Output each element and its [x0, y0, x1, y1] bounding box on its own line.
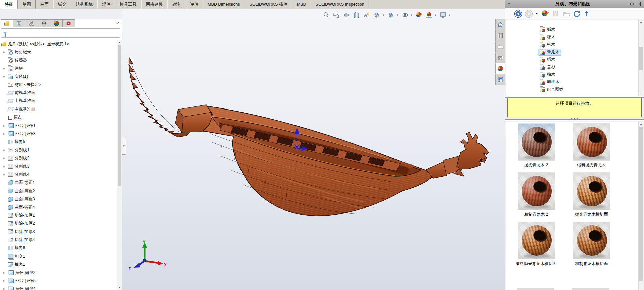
tab-home[interactable]: [495, 19, 505, 30]
panel-splitter-handle[interactable]: [122, 137, 126, 155]
appearance-folder-item[interactable]: 胡桃木: [506, 78, 643, 86]
expand-arrow-icon[interactable]: ▶: [2, 124, 6, 127]
gear-icon[interactable]: ⚙: [630, 1, 634, 7]
section-view-icon[interactable]: [353, 11, 361, 19]
expand-arrow-icon[interactable]: ▶: [2, 279, 6, 282]
feature-tree-item[interactable]: ▶ 切除-加厚2: [0, 220, 117, 228]
feature-tree-item[interactable]: ▶ 凸台-拉伸1: [0, 122, 117, 130]
feature-tree-item[interactable]: ▶ 原点: [0, 114, 117, 122]
appearance-folder-item[interactable]: 云杉: [506, 63, 643, 71]
view-orientation-icon[interactable]: [373, 11, 381, 19]
expand-arrow-icon[interactable]: ▶: [2, 75, 6, 78]
tab-featuremanager-tree[interactable]: [1, 19, 13, 27]
appearance-folder-item[interactable]: 柚木: [506, 71, 643, 78]
tab-design-library[interactable]: [495, 30, 505, 41]
pane-splitter-upper[interactable]: [505, 96, 644, 98]
tab-display-manager[interactable]: [50, 19, 63, 27]
view-settings-caret[interactable]: ▼: [448, 14, 451, 17]
feature-tree-item[interactable]: ▶ 切除-加厚1: [0, 211, 117, 219]
next-row-thumbnail-peek[interactable]: [572, 288, 609, 290]
command-tab[interactable]: 网格建模: [141, 0, 167, 9]
collapse-panel-icon[interactable]: «: [507, 1, 516, 7]
expand-arrow-icon[interactable]: ▶: [2, 287, 6, 290]
feature-tree-scrollbar[interactable]: ▲ ▼: [117, 40, 122, 290]
feature-tree-item[interactable]: ▶ 历史记录: [0, 48, 117, 56]
open-folder-button-disabled[interactable]: [562, 10, 570, 18]
appearance-folder-item[interactable]: 槭木: [506, 26, 643, 33]
command-tab[interactable]: SOLIDWORKS 插件: [245, 0, 292, 9]
scroll-up-arrow[interactable]: ▲: [117, 40, 122, 45]
panel-tabs-overflow[interactable]: >: [116, 20, 119, 25]
command-tab[interactable]: 钣金: [53, 0, 71, 9]
up-one-level-button[interactable]: [583, 10, 590, 18]
command-tab[interactable]: 曲面: [36, 0, 53, 9]
command-tab[interactable]: 焊件: [97, 0, 115, 9]
expand-arrow-icon[interactable]: ▶: [2, 51, 6, 54]
history-dropdown-caret[interactable]: ▼: [535, 12, 538, 15]
expand-arrow-icon[interactable]: ▶: [2, 173, 6, 176]
command-tab[interactable]: 特征: [0, 0, 18, 9]
tab-view-palette[interactable]: [495, 52, 505, 63]
appearance-folder-item[interactable]: 椴木: [506, 56, 643, 63]
feature-tree-item[interactable]: ▶ 分割线2: [0, 154, 117, 162]
feature-tree-root[interactable]: 龙舟 (默认) <<默认>_显示状态 1>: [0, 40, 117, 48]
appearance-preview-image[interactable]: [573, 123, 610, 161]
hide-show-caret[interactable]: ▼: [410, 14, 413, 17]
display-style-icon[interactable]: [387, 11, 395, 19]
thumbnails-scrollbar[interactable]: ▲: [638, 122, 643, 290]
appearance-preview-image[interactable]: [518, 123, 555, 161]
graphics-viewport[interactable]: A ▼ ▼ ▼ ▼ ▼ Y X Z: [122, 9, 505, 290]
annotation-visibility-icon[interactable]: A: [363, 11, 371, 19]
hide-show-items-icon[interactable]: [401, 11, 409, 19]
scroll-down-arrow[interactable]: ▼: [639, 91, 643, 96]
feature-tree-item[interactable]: ▶ 曲面-等距1: [0, 179, 117, 187]
zoom-to-area-icon[interactable]: [332, 11, 340, 19]
feature-tree-item[interactable]: ▶ 分割线3: [0, 162, 117, 170]
appearance-thumbnail-item[interactable]: 缎料抛光青龙木: [565, 123, 619, 168]
feature-tree-item[interactable]: ▶ 实体(1): [0, 73, 117, 81]
feature-tree-item[interactable]: ▶ 曲面-等距4: [0, 203, 117, 211]
scroll-down-arrow[interactable]: ▼: [117, 285, 122, 290]
feature-tree-item[interactable]: ▶ 右视基准面: [0, 105, 117, 113]
scroll-thumb[interactable]: [639, 127, 643, 281]
view-settings-icon[interactable]: [439, 11, 447, 19]
expand-arrow-icon[interactable]: ▶: [2, 132, 6, 135]
expand-arrow-icon[interactable]: ▶: [2, 67, 6, 70]
multi-body-button-disabled[interactable]: [552, 10, 560, 18]
view-orientation-caret[interactable]: ▼: [382, 14, 385, 17]
appearance-folder-item[interactable]: 松木: [506, 41, 643, 48]
feature-tree-item[interactable]: ▶ 分割线1: [0, 146, 117, 154]
feature-tree-item[interactable]: ▶ 传感器: [0, 56, 117, 64]
scroll-up-arrow[interactable]: ▲: [639, 20, 643, 24]
command-tab[interactable]: MBD: [292, 0, 311, 9]
pane-splitter-lower[interactable]: ▲▲▲: [505, 119, 644, 121]
tab-property-manager[interactable]: [13, 19, 25, 27]
feature-tree-item[interactable]: ▶ 凸台-拉伸5: [0, 277, 117, 285]
feature-tree-item[interactable]: ▶ 分割线4: [0, 170, 117, 178]
back-button[interactable]: [514, 10, 522, 18]
feature-tree-item[interactable]: ▶ 注解: [0, 64, 117, 72]
refresh-button[interactable]: [573, 10, 581, 18]
appearance-thumbnail-item[interactable]: 抛光青龙木横切面: [565, 172, 619, 217]
edit-appearance-button[interactable]: [541, 9, 549, 18]
tab-configuration-manager[interactable]: [25, 19, 38, 27]
pin-icon[interactable]: [637, 2, 641, 6]
command-tab[interactable]: 结构系统: [71, 0, 97, 9]
command-tab[interactable]: 评估: [185, 0, 203, 9]
edit-appearance-icon[interactable]: [415, 11, 423, 19]
tab-dimxpert-manager[interactable]: [38, 19, 50, 27]
previous-view-icon[interactable]: [342, 11, 351, 19]
forward-button-disabled[interactable]: [525, 10, 533, 18]
tab-custom-properties[interactable]: [495, 74, 505, 85]
feature-tree-item[interactable]: ▶ 相交1: [0, 252, 117, 260]
scroll-thumb[interactable]: [118, 45, 121, 186]
appearance-thumbnail-item[interactable]: 抛光青龙木 2: [509, 123, 563, 168]
appearance-preview-image[interactable]: [573, 222, 610, 259]
appearance-tree-scrollbar[interactable]: ▲ ▼: [638, 20, 643, 96]
command-tab[interactable]: MBD Dimensions: [203, 0, 245, 9]
expand-arrow-icon[interactable]: ▶: [2, 165, 6, 168]
feature-tree-item[interactable]: ▶ 拉伸-薄壁2: [0, 269, 117, 277]
tab-file-explorer[interactable]: [495, 41, 505, 52]
feature-tree-item[interactable]: ▶ 曲面-等距3: [0, 195, 117, 203]
next-row-thumbnail-peek[interactable]: [517, 288, 554, 290]
